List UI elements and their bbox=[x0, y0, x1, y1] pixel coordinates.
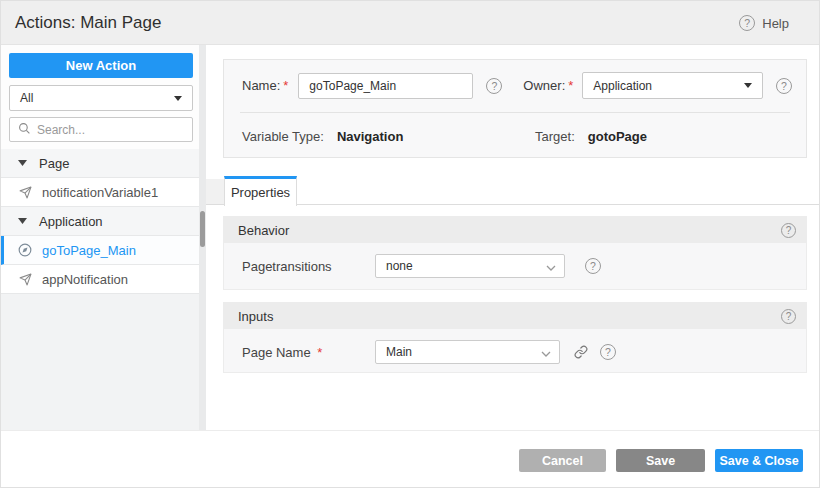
navigation-action-icon bbox=[18, 243, 32, 257]
caret-down-icon bbox=[174, 96, 182, 101]
help-circle-icon: ? bbox=[739, 15, 755, 31]
target-value: gotoPage bbox=[588, 129, 647, 144]
behavior-section: Behavior ? Pagetransitions none ? bbox=[223, 216, 807, 290]
tree-item-appnotification[interactable]: appNotification bbox=[1, 265, 199, 294]
behavior-section-body: Pagetransitions none ? bbox=[224, 247, 806, 285]
pagetransitions-label: Pagetransitions bbox=[242, 259, 375, 274]
form-divider bbox=[240, 112, 790, 113]
behavior-help-icon[interactable]: ? bbox=[781, 223, 796, 238]
target-pair: Target: gotoPage bbox=[535, 123, 647, 150]
tree-item-label: notificationVariable1 bbox=[42, 185, 158, 200]
name-label: Name: bbox=[242, 78, 280, 93]
actions-tree: Page notificationVariable1 Application g… bbox=[1, 149, 199, 294]
filter-dropdown-value: All bbox=[20, 91, 174, 105]
tab-bar-leading-strip bbox=[206, 179, 224, 204]
search-input[interactable] bbox=[37, 123, 192, 137]
footer-buttons: Cancel Save Save & Close bbox=[519, 449, 803, 472]
page-name-help-icon[interactable]: ? bbox=[600, 344, 616, 360]
page-title: Actions: Main Page bbox=[15, 1, 161, 45]
actions-editor-window: Actions: Main Page ? Help New Action All… bbox=[0, 0, 820, 488]
chevron-down-icon bbox=[546, 257, 556, 275]
required-asterisk: * bbox=[283, 78, 288, 93]
notification-variable-icon bbox=[18, 273, 32, 286]
tree-item-notificationvariable1[interactable]: notificationVariable1 bbox=[1, 178, 199, 207]
actions-sidebar: New Action All Page notificationVa bbox=[1, 45, 206, 432]
name-owner-row: Name: * ? Owner: * Application ? bbox=[242, 72, 792, 99]
pagetransitions-value: none bbox=[386, 259, 546, 273]
tree-item-label: goToPage_Main bbox=[42, 243, 136, 258]
type-target-row: Variable Type: Navigation Target: gotoPa… bbox=[242, 123, 792, 150]
save-and-close-button[interactable]: Save & Close bbox=[715, 449, 803, 472]
header-bar: Actions: Main Page ? Help bbox=[1, 1, 819, 45]
new-action-button[interactable]: New Action bbox=[9, 53, 193, 78]
action-detail-pane: Name: * ? Owner: * Application ? Variabl… bbox=[206, 45, 819, 432]
save-button[interactable]: Save bbox=[616, 449, 705, 472]
tree-group-label: Application bbox=[39, 214, 103, 229]
owner-select-value: Application bbox=[593, 79, 744, 93]
search-icon bbox=[18, 121, 31, 139]
cancel-button[interactable]: Cancel bbox=[519, 449, 606, 472]
page-name-label: Page Name * bbox=[242, 345, 375, 360]
variable-type-label: Variable Type: bbox=[242, 129, 324, 144]
caret-down-icon bbox=[15, 160, 29, 166]
tree-group-application[interactable]: Application bbox=[1, 207, 199, 236]
inputs-section-title: Inputs bbox=[238, 309, 781, 324]
caret-down-icon bbox=[15, 218, 29, 224]
inputs-section-header: Inputs ? bbox=[224, 303, 806, 329]
name-help-icon[interactable]: ? bbox=[486, 78, 502, 94]
action-header-form: Name: * ? Owner: * Application ? Variabl… bbox=[223, 59, 807, 158]
inputs-section: Inputs ? Page Name * Main ? bbox=[223, 302, 807, 373]
footer-bar: Cancel Save Save & Close bbox=[1, 430, 819, 487]
inputs-section-body: Page Name * Main ? bbox=[224, 333, 806, 371]
variable-type-pair: Variable Type: Navigation bbox=[242, 123, 403, 150]
search-box bbox=[9, 117, 193, 142]
tree-item-gotopage-main[interactable]: goToPage_Main bbox=[1, 236, 199, 265]
tree-item-label: appNotification bbox=[42, 272, 128, 287]
tab-properties[interactable]: Properties bbox=[224, 176, 297, 206]
inputs-help-icon[interactable]: ? bbox=[781, 309, 796, 324]
sidebar-scrollbar-thumb[interactable] bbox=[200, 211, 205, 247]
pagetransitions-dropdown[interactable]: none bbox=[375, 254, 565, 278]
owner-help-icon[interactable]: ? bbox=[776, 78, 792, 94]
sidebar-scrollbar-track bbox=[199, 45, 206, 432]
page-name-dropdown[interactable]: Main bbox=[375, 340, 560, 364]
notification-variable-icon bbox=[18, 186, 32, 199]
name-input[interactable] bbox=[298, 73, 473, 99]
filter-dropdown[interactable]: All bbox=[9, 85, 193, 111]
caret-down-icon bbox=[744, 83, 752, 88]
bind-link-icon[interactable] bbox=[574, 345, 588, 359]
pagetransitions-help-icon[interactable]: ? bbox=[585, 258, 601, 274]
behavior-section-header: Behavior ? bbox=[224, 217, 806, 243]
variable-type-value: Navigation bbox=[337, 129, 403, 144]
chevron-down-icon bbox=[541, 343, 551, 361]
behavior-section-title: Behavior bbox=[238, 223, 781, 238]
required-asterisk: * bbox=[317, 345, 322, 360]
page-name-value: Main bbox=[386, 345, 541, 359]
target-label: Target: bbox=[535, 129, 575, 144]
tree-group-label: Page bbox=[39, 156, 69, 171]
help-button[interactable]: ? Help bbox=[739, 1, 789, 45]
tree-group-page[interactable]: Page bbox=[1, 149, 199, 178]
help-label: Help bbox=[762, 16, 789, 31]
owner-select[interactable]: Application bbox=[582, 72, 763, 99]
required-asterisk: * bbox=[568, 78, 573, 93]
tab-bar: Properties bbox=[206, 176, 819, 205]
owner-label: Owner: bbox=[523, 78, 565, 93]
